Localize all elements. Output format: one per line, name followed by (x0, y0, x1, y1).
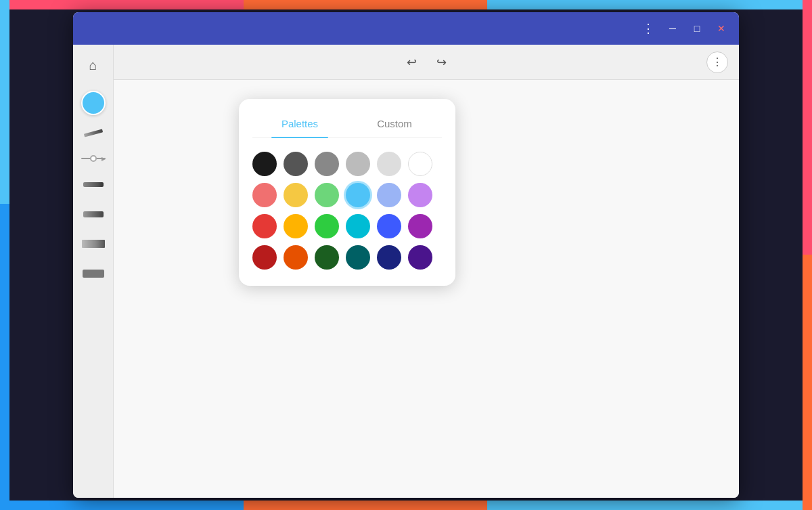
color-picker-tabs: Palettes Custom (252, 112, 442, 138)
color-dot-dark-teal[interactable] (346, 245, 370, 270)
size-slider[interactable]: ▶ (78, 150, 108, 167)
color-dot-dark-red[interactable] (252, 245, 277, 270)
color-dot-black[interactable] (252, 152, 277, 176)
sidebar: ⌂ ▶ (73, 45, 114, 498)
color-dot-dark-green[interactable] (315, 245, 339, 270)
color-dot-light-purple[interactable] (408, 183, 432, 207)
toolbar-right: ⋮ (706, 51, 728, 73)
color-dot-yellow[interactable] (284, 214, 308, 238)
bottom-border-strip (0, 501, 812, 510)
title-bar-more-button[interactable]: ⋮ (639, 19, 658, 38)
tab-palettes[interactable]: Palettes (252, 112, 347, 137)
left-border-strip (0, 0, 9, 510)
color-picker-popup: Palettes Custom (239, 99, 455, 286)
color-dot-blue[interactable] (377, 214, 401, 238)
app-window: ⋮ ─ □ ✕ ⌂ ▶ (73, 12, 739, 498)
color-dot-cyan[interactable] (346, 214, 370, 238)
color-dot-dark-blue[interactable] (377, 245, 401, 270)
tab-custom[interactable]: Custom (347, 112, 442, 137)
color-dot-light-green[interactable] (315, 183, 339, 207)
wide-brush-icon (82, 240, 105, 248)
color-dot-dark-gray[interactable] (284, 152, 308, 176)
color-dot-dark-purple[interactable] (408, 245, 432, 270)
slider-thumb[interactable] (90, 155, 97, 162)
marker-tool[interactable] (78, 172, 108, 196)
color-dot-lighter-gray[interactable] (377, 152, 401, 176)
color-dot-light-blue[interactable] (346, 183, 370, 207)
close-button[interactable]: ✕ (712, 19, 731, 38)
wide-brush-tool[interactable] (78, 232, 108, 256)
canvas-area[interactable]: Palettes Custom (114, 80, 739, 498)
active-color-swatch[interactable] (81, 91, 106, 115)
color-dot-light-yellow[interactable] (284, 183, 308, 207)
eraser-tool[interactable] (78, 261, 108, 286)
app-content: ⌂ ▶ (73, 45, 739, 498)
marker2-icon (83, 211, 104, 217)
undo-button[interactable]: ↩ (401, 51, 422, 73)
more-options-button[interactable]: ⋮ (706, 51, 728, 73)
color-dot-medium-gray[interactable] (315, 152, 339, 176)
title-bar: ⋮ ─ □ ✕ (73, 12, 739, 45)
color-row-3 (252, 245, 442, 270)
redo-button[interactable]: ↪ (430, 51, 452, 73)
color-dot-dark-orange[interactable] (284, 245, 308, 270)
slider-arrow-icon: ▶ (102, 156, 106, 162)
color-dot-light-gray[interactable] (346, 152, 370, 176)
title-bar-controls: ─ □ ✕ (663, 19, 731, 38)
color-dot-light-red[interactable] (252, 183, 277, 207)
color-dot-white[interactable] (408, 152, 432, 176)
pencil-tool[interactable] (78, 121, 108, 145)
home-button[interactable]: ⌂ (81, 53, 106, 77)
color-row-2 (252, 214, 442, 238)
right-border-strip (803, 0, 812, 510)
color-row-1 (252, 183, 442, 207)
toolbar: ↩ ↪ ⋮ (114, 45, 739, 80)
eraser-icon (83, 270, 104, 278)
color-dot-green[interactable] (315, 214, 339, 238)
maximize-button[interactable]: □ (687, 19, 706, 38)
color-row-0 (252, 152, 442, 176)
minimize-button[interactable]: ─ (663, 19, 682, 38)
marker-icon (83, 182, 104, 187)
color-dot-red[interactable] (252, 214, 277, 238)
top-border-strip (0, 0, 812, 9)
pencil-icon (83, 129, 102, 137)
color-dot-purple[interactable] (408, 214, 432, 238)
color-dot-light-indigo[interactable] (377, 183, 401, 207)
color-grid (252, 152, 442, 270)
marker2-tool[interactable] (78, 202, 108, 226)
